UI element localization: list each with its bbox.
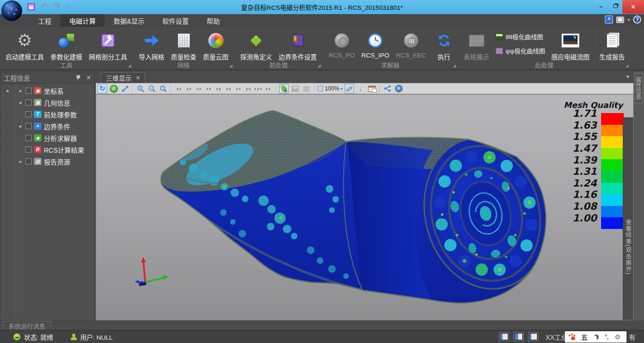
- view-orientation-button[interactable]: z x: [263, 87, 273, 91]
- tree-item[interactable]: T 前处理参数: [16, 108, 94, 120]
- expander-arrow[interactable]: ▸: [18, 159, 23, 164]
- zoom-level-control[interactable]: 100% ▾: [317, 84, 343, 93]
- viewport-3d[interactable]: Mesh Quality 1.711.631.551.471.391.311.2…: [96, 94, 634, 320]
- psi-polarization-curve-button[interactable]: ψψ极化曲线图: [495, 46, 545, 55]
- tree-checkbox[interactable]: [25, 88, 32, 94]
- zoom-dropdown-icon[interactable]: ▾: [341, 87, 343, 91]
- tree-checkbox[interactable]: [25, 123, 32, 129]
- layout-split-button[interactable]: [513, 332, 524, 341]
- share-link-button[interactable]: [383, 84, 392, 93]
- help-icon[interactable]: ?: [633, 16, 641, 24]
- ribbon-group-name[interactable]: 工具: [0, 61, 133, 70]
- view-orientation-button[interactable]: z y: [214, 87, 223, 91]
- view-orientation-button[interactable]: z y x: [253, 87, 263, 91]
- import-mesh-button[interactable]: 导入网格: [136, 29, 168, 61]
- menu-tab-help[interactable]: 帮助: [198, 14, 229, 27]
- view-orientation-button[interactable]: x z: [174, 87, 184, 91]
- moon-icon[interactable]: [594, 335, 599, 340]
- quality-cloud-map-button[interactable]: 质量云图: [200, 29, 232, 61]
- mesh-model-3d[interactable]: [96, 95, 624, 320]
- system-messages-tab[interactable]: 系统运行消息: [3, 321, 51, 330]
- wireframe-view-button[interactable]: [290, 84, 300, 93]
- zoom-out-button[interactable]: [147, 84, 157, 93]
- ribbon-group-name[interactable]: 前处理: [235, 61, 323, 70]
- rcs-ipo-solver-button[interactable]: RCS_IPO: [358, 29, 393, 59]
- mesh-partition-tool-button[interactable]: 网格剖分工具: [86, 29, 131, 61]
- induced-em-current-map-button[interactable]: 感应电磁流图: [548, 29, 593, 61]
- minimize-button[interactable]: –: [594, 0, 608, 12]
- menu-tab-data-display[interactable]: 数据&显示: [105, 14, 153, 27]
- panel-close-icon[interactable]: ✕: [86, 74, 91, 81]
- tab-3d-display[interactable]: 三维显示 ✕: [101, 72, 145, 83]
- parametric-modeling-button[interactable]: 参数化建模: [47, 29, 86, 61]
- layout-right-panel-button[interactable]: [528, 332, 538, 341]
- points-view-button[interactable]: [302, 84, 311, 93]
- tree-checkbox[interactable]: [25, 158, 32, 164]
- tree-checkbox[interactable]: [25, 99, 32, 106]
- restore-button[interactable]: [608, 0, 622, 12]
- tree-checkbox[interactable]: [25, 111, 32, 117]
- close-view-button[interactable]: ✕: [394, 84, 404, 93]
- title-bar[interactable]: ↶ ↷ ▾ 复杂目标RCS电磁分析软件2015 R1 - RCS_2015031…: [0, 0, 644, 14]
- tree-item[interactable]: ▸ ▤ 报告资源: [16, 155, 94, 167]
- ime-punctuation-button[interactable]: °,: [605, 334, 609, 340]
- expander-arrow[interactable]: ▸: [18, 88, 23, 93]
- tree-item-icon: T: [34, 111, 41, 118]
- button-label: θθ极化曲线图: [506, 32, 543, 41]
- drop-arrow-button[interactable]: ↓: [356, 84, 365, 93]
- tree-item[interactable]: ▸ ▦ 几何信息: [16, 97, 94, 108]
- tab-close-icon[interactable]: ✕: [136, 75, 140, 81]
- view-orientation-button[interactable]: z x: [204, 87, 214, 91]
- expander-arrow[interactable]: ▸: [18, 100, 23, 105]
- execute-button[interactable]: 执行: [433, 29, 455, 61]
- tree-item[interactable]: ◆ 分析求解器: [16, 132, 94, 144]
- ribbon-group-name[interactable]: 求解器: [323, 61, 458, 70]
- tab-list-dropdown-icon[interactable]: ▼: [626, 74, 630, 79]
- ime-settings-gear-icon[interactable]: ⚙: [615, 334, 621, 340]
- probe-angle-define-button[interactable]: 探测角定义: [237, 29, 276, 61]
- surface-select-button[interactable]: [345, 84, 354, 93]
- boundary-condition-settings-button[interactable]: 边界条件设置: [275, 29, 320, 61]
- project-tree: ▸ ▣ 坐标系 ▸ ▦ 几何信息: [16, 84, 94, 320]
- theta-polarization-curve-button[interactable]: θθ极化曲线图: [495, 32, 545, 41]
- property-info-tab[interactable]: 属性信息: [635, 73, 643, 103]
- layout-left-panel-button[interactable]: [499, 332, 509, 341]
- view-orientation-button[interactable]: x z: [194, 87, 204, 91]
- menu-tab-software-settings[interactable]: 软件设置: [153, 14, 198, 27]
- view-orientation-button[interactable]: z x: [233, 87, 243, 91]
- close-button[interactable]: ✕: [622, 0, 644, 14]
- strip-expander-cell[interactable]: ▸: [0, 84, 16, 96]
- pin-icon[interactable]: [76, 75, 81, 81]
- tree-checkbox[interactable]: [25, 147, 32, 153]
- button-label: 表格展示: [464, 52, 489, 61]
- spin-view-button[interactable]: ↺: [109, 84, 118, 93]
- expander-arrow[interactable]: ▸: [18, 123, 23, 129]
- monitor-icon[interactable]: [616, 16, 624, 23]
- menu-tab-em-computation[interactable]: 电磁计算: [60, 14, 105, 27]
- view-results-collapsed-panel[interactable]: 查看结果(双击展开): [623, 117, 633, 320]
- tree-item[interactable]: ▸ ▣ 坐标系: [16, 85, 94, 97]
- tree-item[interactable]: R RCS计算结果: [16, 144, 94, 155]
- ribbon-group-name[interactable]: 网格: [133, 61, 234, 70]
- view-orientation-button[interactable]: z x: [184, 87, 194, 91]
- view-orientation-button[interactable]: y x: [243, 87, 253, 91]
- view-orientation-button[interactable]: z y: [223, 87, 233, 91]
- app-logo-icon[interactable]: [1, 0, 22, 21]
- shaded-view-button[interactable]: [279, 84, 289, 93]
- collapse-ribbon-icon[interactable]: ^: [605, 16, 613, 24]
- generate-report-button[interactable]: 生成报告: [596, 29, 628, 61]
- window-capture-button[interactable]: [367, 84, 377, 93]
- start-modeling-tool-button[interactable]: ⚙ 启动建模工具: [2, 29, 47, 61]
- ime-mode-button[interactable]: 五: [581, 332, 587, 342]
- pan-view-button[interactable]: [120, 84, 130, 93]
- ribbon-group-name[interactable]: 后处理: [458, 61, 631, 70]
- tree-item[interactable]: ▸ + 边界条件: [16, 120, 94, 132]
- menu-tab-project[interactable]: 工程: [29, 14, 60, 27]
- zoom-fit-button[interactable]: [158, 84, 168, 93]
- quality-check-button[interactable]: 质量检查: [168, 29, 200, 61]
- monitor-dropdown-icon[interactable]: ▾: [627, 17, 630, 22]
- rotate-view-button[interactable]: ↻: [98, 84, 107, 93]
- tree-checkbox[interactable]: [25, 135, 32, 141]
- ime-logo-icon[interactable]: [571, 336, 575, 340]
- zoom-in-button[interactable]: [136, 84, 145, 93]
